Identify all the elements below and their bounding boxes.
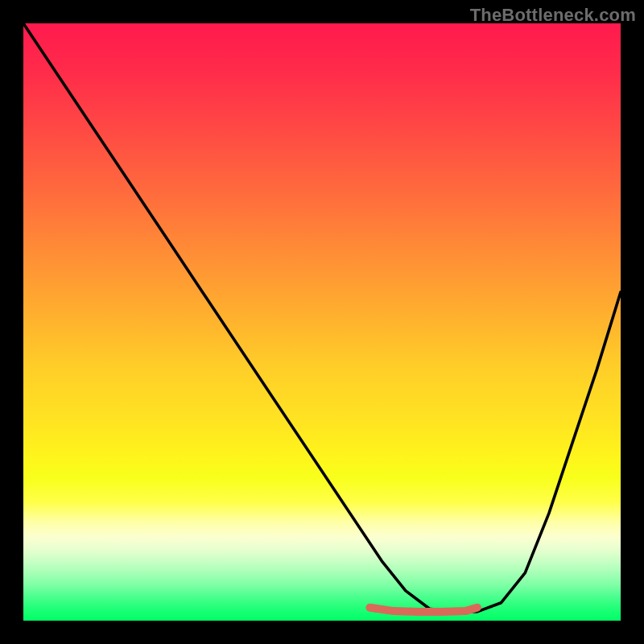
optimal-band-marker (369, 608, 477, 612)
plot-area (23, 23, 621, 621)
bottleneck-curve (23, 23, 621, 612)
chart-container: TheBottleneck.com (0, 0, 644, 644)
curve-layer (23, 23, 621, 621)
watermark-text: TheBottleneck.com (470, 5, 636, 26)
